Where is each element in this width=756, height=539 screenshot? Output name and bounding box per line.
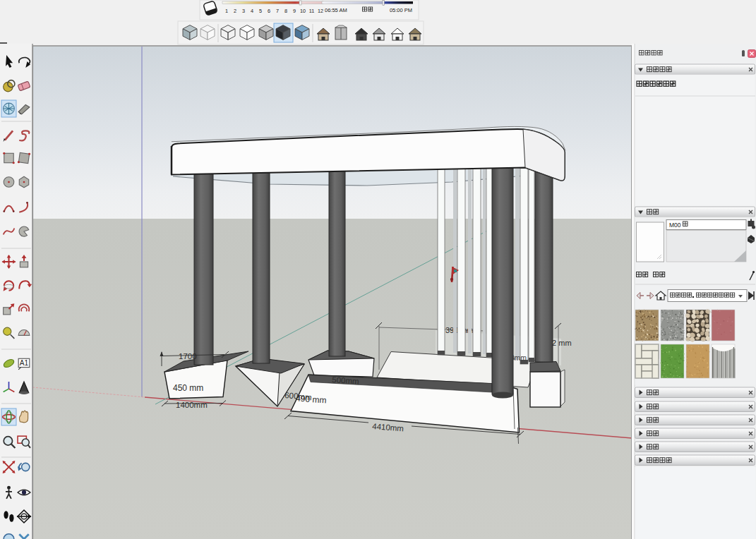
svg-text:1: 1 xyxy=(225,8,228,14)
svg-text:6: 6 xyxy=(268,8,270,14)
svg-text:A1: A1 xyxy=(20,359,29,367)
svg-text:3: 3 xyxy=(242,8,245,14)
svg-text:8: 8 xyxy=(284,8,287,14)
svg-text:05:00 PM: 05:00 PM xyxy=(390,7,412,13)
svg-text:9: 9 xyxy=(293,8,296,14)
svg-text:M00: M00 xyxy=(669,222,681,229)
svg-text:12: 12 xyxy=(318,8,323,14)
svg-text:7: 7 xyxy=(276,8,279,14)
svg-text:2: 2 xyxy=(234,8,236,14)
svg-text:10: 10 xyxy=(300,8,306,14)
svg-text:5: 5 xyxy=(259,8,262,14)
svg-text:11: 11 xyxy=(309,8,315,14)
svg-text:450 mm: 450 mm xyxy=(173,383,203,393)
svg-text:4: 4 xyxy=(251,8,253,14)
svg-text:1400mm: 1400mm xyxy=(176,401,208,409)
svg-text:1700: 1700 xyxy=(179,352,197,361)
svg-text:06:55 AM: 06:55 AM xyxy=(325,7,347,13)
